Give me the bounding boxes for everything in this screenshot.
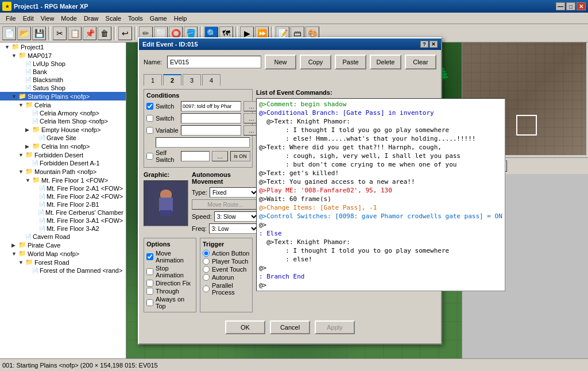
switch1-value[interactable]: [181, 101, 241, 111]
trigger-player: Player Touch: [203, 258, 250, 265]
trigger-event: Event Touch: [203, 266, 250, 273]
cmd-line[interactable]: @>: [258, 264, 504, 272]
dialog-close-button[interactable]: ✕: [430, 41, 438, 48]
trigger-autorun-radio[interactable]: [203, 274, 210, 281]
cmd-line[interactable]: : I thought I told you go go play somewh…: [258, 126, 504, 134]
trigger-list: Action Button Player Touch Event Touch: [203, 250, 250, 296]
cmd-line[interactable]: @>Text: Knight Phamor:: [258, 117, 504, 126]
ok-button[interactable]: OK: [225, 320, 265, 334]
options-title: Options: [146, 241, 194, 248]
movement-type-select[interactable]: Fixed Random Approach Custom: [210, 187, 259, 198]
variable-amount[interactable]: [156, 137, 250, 148]
move-route-button[interactable]: Move Route...: [192, 199, 259, 210]
selfswitch-pick-button[interactable]: …: [212, 151, 228, 161]
cmd-line[interactable]: : else! Hmm.....what's that your holding…: [258, 134, 504, 143]
selfswitch-checkbox[interactable]: [146, 153, 153, 160]
commands-title: List of Event Commands:: [256, 89, 505, 96]
cmd-line[interactable]: : cough, sigh, very well, I shall let yo…: [258, 152, 504, 160]
tab-2[interactable]: 2: [163, 74, 181, 86]
cmd-line[interactable]: @>Text: You gained access to a new area!…: [258, 177, 504, 186]
cmd-line[interactable]: @>Conditional Branch: [Gate Pass] in inv…: [258, 109, 504, 117]
option-through: Through: [146, 288, 194, 295]
trigger-label: Event Touch: [212, 266, 246, 273]
clear-button[interactable]: Clear: [405, 55, 436, 69]
switch2-label: Switch: [156, 115, 179, 122]
conditions-title: Conditions: [146, 92, 250, 99]
always-top-check[interactable]: [146, 299, 153, 306]
name-input[interactable]: [167, 56, 261, 68]
variable-value[interactable]: [181, 125, 241, 136]
cmd-line[interactable]: : I thought I told you to go play somewh…: [258, 246, 504, 255]
stop-anim-check[interactable]: [146, 268, 153, 275]
switch2-checkbox[interactable]: [146, 115, 153, 122]
cmd-line[interactable]: @>Comment: begin shadow: [258, 100, 504, 109]
trigger-label: Parallel Process: [212, 282, 250, 296]
cond-switch2-row: Switch … EON: [146, 113, 250, 123]
freq-select[interactable]: 1: Lowest 2: Lower 3: Low 4: Normal: [209, 223, 259, 234]
tab-3[interactable]: 3: [183, 74, 201, 86]
trigger-event-radio[interactable]: [203, 266, 210, 273]
paste-button[interactable]: Paste: [335, 55, 366, 69]
autonomous-movement-section: Autonomous Movement Type: Fixed Random A…: [192, 171, 259, 235]
apply-button[interactable]: Apply: [315, 320, 355, 334]
dir-fix-check[interactable]: [146, 280, 153, 287]
trigger-action: Action Button: [203, 250, 250, 257]
option-always-top: Always on Top: [146, 296, 194, 310]
cmd-line[interactable]: @>: [258, 281, 504, 289]
cmd-line[interactable]: : else!: [258, 255, 504, 264]
cmd-line[interactable]: : Branch End: [258, 272, 504, 281]
tab-1[interactable]: 1: [144, 74, 162, 86]
trigger-title: Trigger: [203, 241, 250, 248]
cmd-line[interactable]: : but don't come crying to me when one o…: [258, 160, 504, 169]
switch1-label: Switch: [156, 103, 179, 110]
variable-checkbox[interactable]: [146, 127, 153, 134]
through-check[interactable]: [146, 288, 153, 295]
cmd-line[interactable]: @>Text: Knight Phamor:: [258, 238, 504, 246]
option-move-anim: Move Animation: [146, 250, 194, 264]
speed-select[interactable]: 1: x8 Slower 2: x4 Slower 3: Slow 4: Nor…: [214, 211, 259, 222]
copy-button[interactable]: Copy: [300, 55, 331, 69]
cmd-line[interactable]: @>Text: Where did you get that?!! Harnph…: [258, 143, 504, 152]
graphic-movement-row: Graphic: Autonomous Movem: [144, 171, 253, 235]
left-column: Conditions Switch … IS ON Switch: [144, 89, 253, 316]
switch1-checkbox[interactable]: [146, 103, 153, 110]
cmd-line[interactable]: @>Wait: 60 frame(s): [258, 195, 504, 203]
cancel-button[interactable]: Cancel: [270, 320, 310, 334]
dialog-main: Conditions Switch … IS ON Switch: [144, 89, 436, 316]
cmd-line[interactable]: : Else: [258, 229, 504, 238]
options-trigger-row: Options Move Animation Stop Animation: [144, 238, 253, 316]
trigger-player-radio[interactable]: [203, 258, 210, 265]
tab-4[interactable]: 4: [202, 74, 220, 86]
freq-label: Freq:: [192, 225, 207, 232]
selfswitch-value[interactable]: [181, 151, 210, 161]
tabs-row: 1 2 3 4: [144, 74, 436, 86]
movement-title: Autonomous Movement: [192, 171, 259, 185]
conditions-section: Conditions Switch … IS ON Switch: [144, 89, 253, 168]
cmd-line[interactable]: @>Control Switches: [0098: gave Phamor c…: [258, 212, 504, 221]
trigger-action-radio[interactable]: [203, 250, 210, 257]
speed-label: Speed:: [192, 213, 212, 220]
cmd-line[interactable]: @>Text: get's killed!: [258, 169, 504, 177]
trigger-section: Trigger Action Button Player Touch: [200, 238, 253, 312]
edit-event-dialog: Edit Event - ID:015 ? ✕ Name: New Copy P…: [138, 37, 442, 345]
trigger-parallel-radio[interactable]: [203, 285, 210, 292]
commands-list[interactable]: @>Comment: begin shadow @>Conditional Br…: [256, 98, 505, 291]
options-list: Move Animation Stop Animation Direction …: [146, 250, 194, 310]
cmd-line[interactable]: @>Play ME: '008-Fanfare02', 95, 130: [258, 186, 504, 195]
graphic-section: Graphic:: [144, 171, 188, 235]
cmd-line[interactable]: @>Change Items: [Gate Pass], -1: [258, 203, 504, 212]
option-label: Stop Animation: [156, 265, 194, 279]
dialog-help-button[interactable]: ?: [420, 41, 428, 48]
cmd-line[interactable]: @>: [258, 221, 504, 229]
graphic-display[interactable]: [144, 180, 188, 226]
trigger-autorun: Autorun: [203, 274, 250, 281]
new-button[interactable]: New: [265, 55, 296, 69]
type-label: Type:: [192, 189, 207, 196]
options-section: Options Move Animation Stop Animation: [144, 238, 196, 312]
option-label: Always on Top: [156, 296, 194, 310]
move-anim-check[interactable]: [146, 253, 153, 260]
switch2-value[interactable]: [181, 113, 241, 123]
trigger-label: Action Button: [212, 250, 249, 257]
dialog-title-text: Edit Event - ID:015: [142, 41, 198, 48]
delete-button[interactable]: Delete: [370, 55, 401, 69]
